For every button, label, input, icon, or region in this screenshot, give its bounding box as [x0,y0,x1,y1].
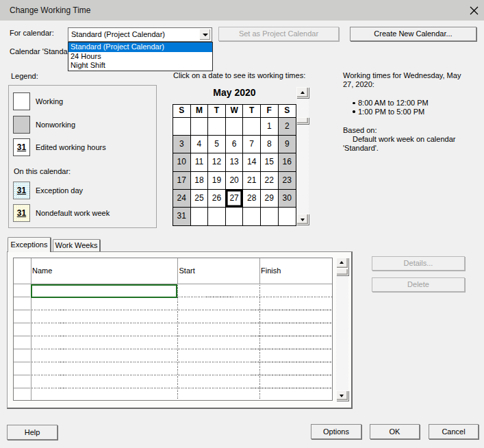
calendar-date-23[interactable]: 23 [279,172,296,190]
column-header-finish[interactable]: Finish [261,266,281,275]
row-dotted-line [177,297,332,297]
calendar-scroll-up-button[interactable] [296,87,309,98]
calendar-date-13[interactable]: 13 [226,153,244,171]
calendar-note: Calendar 'Standa [10,47,68,55]
calendar-date-20[interactable]: 20 [226,172,244,190]
row-dotted-line [31,323,333,323]
calendar-date-14[interactable]: 14 [243,153,261,171]
calendar-day-header: S [279,105,296,118]
calendar-scroll-down-button[interactable] [296,214,309,225]
dropdown-option[interactable]: 24 Hours [68,52,212,62]
calendar-empty-cell[interactable] [243,118,261,136]
calendar-date-9[interactable]: 9 [279,136,296,153]
change-working-time-dialog: Change Working Time For calendar: Standa… [0,0,484,448]
cancel-button[interactable]: Cancel [429,424,479,439]
calendar-empty-cell[interactable] [243,208,261,225]
calendar-date-19[interactable]: 19 [208,172,226,190]
calendar-date-31[interactable]: 31 [173,208,191,225]
create-new-calendar-button[interactable]: Create New Calendar... [350,27,476,41]
combobox-dropdown-button[interactable] [199,29,211,40]
calendar-date-12[interactable]: 12 [208,153,226,171]
calendar-date-30[interactable]: 30 [279,190,296,208]
row-dotted-line [31,349,333,349]
calendar-empty-cell[interactable] [208,118,226,136]
cancel-button-label: Cancel [429,425,478,438]
calendar-scrollbar[interactable] [296,87,309,225]
calendar-date-25[interactable]: 25 [191,190,209,208]
calendar-date-18[interactable]: 18 [191,172,209,190]
calendar-grid[interactable]: SMTWTFS123456789101112131415161718192021… [173,104,296,226]
column-header-start[interactable]: Start [179,266,195,275]
exceptions-table[interactable]: NameStartFinish [13,258,333,401]
calendar-date-27[interactable]: 27 [226,190,244,208]
dropdown-option[interactable]: Night Shift [68,61,212,71]
ok-button[interactable]: OK [370,424,420,439]
calendar-date-16[interactable]: 16 [279,153,296,171]
table-scroll-down-button[interactable] [336,390,348,401]
calendar-date-7[interactable]: 7 [243,136,261,153]
selected-exception-cell[interactable] [31,284,178,298]
calendar-date-2[interactable]: 2 [279,118,296,136]
column-header-name[interactable]: Name [32,266,52,275]
exception-day-swatch: 31 [13,182,30,199]
table-scrollbar[interactable] [336,258,348,401]
calendar-date-29[interactable]: 29 [261,190,279,208]
row-header-line [14,388,30,388]
calendar-day-header: F [261,105,279,118]
table-column-dotted-line [177,284,178,400]
month-title: May 2020 [173,88,296,97]
calendar-empty-cell[interactable] [261,208,279,225]
nondefault-swatch-number: 31 [17,208,26,218]
delete-button-label: Delete [372,278,464,291]
calendar-day-header: W [226,105,244,118]
calendar-dropdown-list[interactable]: Standard (Project Calendar)24 HoursNight… [68,42,213,71]
working-time-item: 8:00 AM to 12:00 PM [353,99,429,108]
calendar-date-15[interactable]: 15 [261,153,279,171]
calendar-date-17[interactable]: 17 [173,172,191,190]
calendar-date-4[interactable]: 4 [191,136,209,153]
calendar-empty-cell[interactable] [226,118,244,136]
help-button[interactable]: Help [7,425,58,440]
calendar-date-28[interactable]: 28 [243,190,261,208]
row-dotted-line [31,310,333,310]
calendar-date-21[interactable]: 21 [243,172,261,190]
close-icon[interactable] [470,6,479,15]
exceptions-tab-page: NameStartFinish [7,251,353,409]
calendar-empty-cell[interactable] [191,208,209,225]
calendar-empty-cell[interactable] [191,118,209,136]
calendar-day-header: S [173,105,191,118]
dropdown-option[interactable]: Standard (Project Calendar) [68,42,212,52]
set-as-project-calendar-label: Set as Project Calendar [219,27,338,40]
table-column-line [259,258,260,284]
based-on-label: Based on: [343,126,377,134]
bullet-icon [353,110,355,113]
calendar-date-1[interactable]: 1 [261,118,279,136]
calendar-date-8[interactable]: 8 [261,136,279,153]
calendar-date-24[interactable]: 24 [173,190,191,208]
calendar-date-10[interactable]: 10 [173,153,191,171]
calendar-date-11[interactable]: 11 [191,153,209,171]
table-scroll-up-button[interactable] [336,258,348,269]
calendar-date-5[interactable]: 5 [208,136,226,153]
table-column-line [31,258,31,400]
table-scrollbar-thumb[interactable] [336,269,348,275]
calendar-date-26[interactable]: 26 [208,190,226,208]
scroll-down-icon [301,219,305,221]
chevron-down-icon [203,34,208,36]
calendar-empty-cell[interactable] [279,208,296,225]
calendar-empty-cell[interactable] [226,208,244,225]
edited-working-hours-label: Edited working hours [36,143,106,151]
options-button[interactable]: Options [311,424,361,439]
details-button: Details... [372,256,465,271]
details-button-label: Details... [372,257,464,270]
for-calendar-combobox[interactable]: Standard (Project Calendar) [68,27,212,42]
tab-exceptions[interactable]: Exceptions [8,237,51,252]
tab-work-weeks[interactable]: Work Weeks [53,239,101,251]
calendar-empty-cell[interactable] [208,208,226,225]
calendar-date-22[interactable]: 22 [261,172,279,190]
calendar-date-3[interactable]: 3 [173,136,191,153]
calendar-date-6[interactable]: 6 [226,136,244,153]
scroll-up-icon [340,261,344,264]
calendar-scrollbar-thumb[interactable] [296,117,309,124]
calendar-empty-cell[interactable] [173,118,191,136]
